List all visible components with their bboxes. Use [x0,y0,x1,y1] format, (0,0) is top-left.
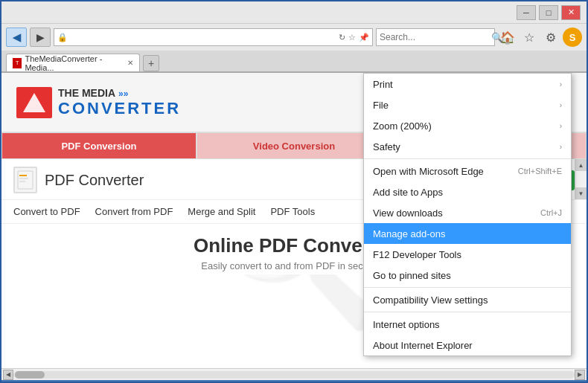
tab-favicon: T [13,58,22,68]
browser-content: THE MEDIA »» CONVERTER 🔍 PDF Conversion … [1,73,587,368]
logo-converter: CONVERTER [58,99,181,118]
svg-rect-1 [18,171,33,189]
nav-bar: ◀ ▶ 🔒 ↻ ☆ 📌 🔍 🏠 ☆ ⚙ S [1,24,587,51]
tab-close-icon[interactable]: ✕ [127,59,133,67]
menu-item-dev-tools[interactable]: F12 Developer Tools [364,244,571,265]
new-tab-button[interactable]: + [143,55,159,71]
refresh-icon[interactable]: ↻ [339,33,345,42]
arrow-icon: › [560,143,562,151]
menu-separator-1 [364,158,571,159]
scroll-indicator[interactable]: ▲ ▼ [575,159,587,199]
menu-item-pinned-sites[interactable]: Go to pinned sites [364,265,571,286]
context-menu: Print › File › Zoom (200%) › Safety › Op… [363,73,572,356]
bottom-scrollbar: ◀ ▶ [1,368,587,380]
back-button[interactable]: ◀ [6,28,27,47]
tab-bar: T TheMediaConverter - Media... ✕ + [1,51,587,73]
maximize-button[interactable]: □ [539,5,558,20]
menu-item-about-ie[interactable]: About Internet Explorer [364,335,571,355]
arrow-icon: › [560,101,562,109]
toolbar-right: 🏠 ☆ ⚙ S [498,28,582,47]
address-input[interactable] [71,32,336,42]
svg-marker-0 [23,93,45,112]
pin-icon[interactable]: 📌 [359,33,369,42]
scroll-track[interactable] [13,371,575,379]
window-controls: ─ □ ✕ [517,5,581,20]
arrow-icon: › [560,122,562,130]
favorites-icon[interactable]: ☆ [520,28,539,47]
menu-item-open-edge[interactable]: Open with Microsoft Edge Ctrl+Shift+E [364,161,571,181]
menu-item-print[interactable]: Print › [364,74,571,94]
tools-icon[interactable]: ⚙ [541,28,560,47]
close-button[interactable]: ✕ [561,5,581,20]
shortcut-edge: Ctrl+Shift+E [518,167,562,176]
logo-arrows: »» [118,88,128,99]
menu-item-compat-view[interactable]: Compatibility View settings [364,289,571,310]
search-input[interactable] [380,32,491,42]
forward-button[interactable]: ▶ [30,28,51,47]
pdf-converter-title: PDF Converter [45,172,144,189]
sub-nav-merge-split[interactable]: Merge and Split [188,206,255,217]
menu-separator-3 [364,312,571,312]
menu-item-zoom[interactable]: Zoom (200%) › [364,115,571,136]
home-icon[interactable]: 🏠 [498,28,517,47]
scroll-right-button[interactable]: ▶ [575,370,585,380]
lock-icon: 🔒 [57,33,68,42]
tab-media-converter[interactable]: T TheMediaConverter - Media... ✕ [6,54,140,71]
nav-pdf-conversion[interactable]: PDF Conversion [1,132,196,159]
menu-item-internet-options[interactable]: Internet options [364,314,571,335]
menu-item-manage-addons[interactable]: Manage add-ons [364,223,571,244]
logo-text: THE MEDIA »» CONVERTER [58,87,181,118]
sub-nav-pdf-tools[interactable]: PDF Tools [270,206,315,217]
pdf-icon [13,167,37,193]
title-bar: ─ □ ✕ [1,1,587,24]
user-avatar[interactable]: S [563,28,582,47]
scroll-down-button[interactable]: ▼ [575,187,587,199]
menu-item-downloads[interactable]: View downloads Ctrl+J [364,202,571,223]
menu-separator-2 [364,287,571,288]
site-logo: THE MEDIA »» CONVERTER [16,87,181,118]
scroll-up-button[interactable]: ▲ [575,159,587,171]
scroll-thumb[interactable] [15,371,45,379]
menu-item-add-apps[interactable]: Add site to Apps [364,181,571,202]
fav-icon[interactable]: ☆ [348,33,356,42]
minimize-button[interactable]: ─ [517,5,536,20]
arrow-icon: › [560,80,562,88]
shortcut-downloads: Ctrl+J [540,208,562,217]
nav-video-conversion[interactable]: Video Conversion [196,132,392,159]
sub-nav-convert-from-pdf[interactable]: Convert from PDF [95,206,173,217]
scroll-left-button[interactable]: ◀ [3,370,13,380]
address-bar[interactable]: 🔒 ↻ ☆ 📌 [54,28,373,46]
logo-the: THE MEDIA [58,87,115,99]
search-bar[interactable]: 🔍 [376,28,495,46]
menu-item-safety[interactable]: Safety › [364,136,571,157]
logo-icon [16,87,52,118]
sub-nav-convert-to-pdf[interactable]: Convert to PDF [13,206,80,217]
tab-label: TheMediaConverter - Media... [25,54,121,72]
menu-item-file[interactable]: File › [364,94,571,115]
